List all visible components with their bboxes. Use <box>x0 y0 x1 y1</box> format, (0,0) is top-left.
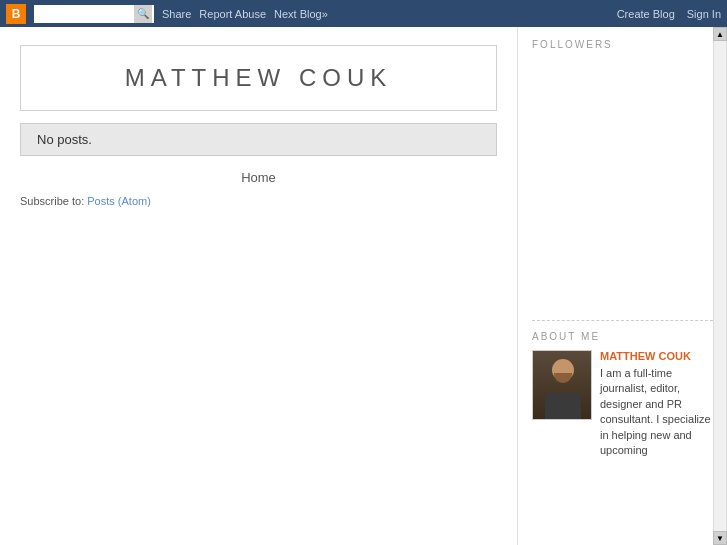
scroll-up-button[interactable]: ▲ <box>713 27 727 41</box>
blog-header: MATTHEW COUK <box>20 45 497 111</box>
search-input[interactable] <box>34 5 134 23</box>
about-me-section: ABOUT ME MATTHEW COUK I am a full-time j… <box>532 320 713 458</box>
share-link[interactable]: Share <box>162 8 191 20</box>
no-posts-label: No posts. <box>37 132 92 147</box>
profile-picture <box>533 351 592 420</box>
no-posts-box: No posts. <box>20 123 497 156</box>
next-blog-link[interactable]: Next Blog» <box>274 8 328 20</box>
sidebar-scrollbar: ▲ ▼ <box>713 27 727 545</box>
content-column: MATTHEW COUK No posts. Home Subscribe to… <box>0 27 517 545</box>
blogger-logo[interactable]: B <box>6 4 26 24</box>
photo-beard <box>554 373 572 383</box>
subscribe-prefix: Subscribe to: <box>20 195 87 207</box>
scroll-track <box>713 41 727 531</box>
logo-text: B <box>12 7 21 21</box>
about-me-description: I am a full-time journalist, editor, des… <box>600 366 713 458</box>
search-box[interactable]: 🔍 <box>34 5 154 23</box>
search-button[interactable]: 🔍 <box>134 5 152 23</box>
subscribe-section: Subscribe to: Posts (Atom) <box>20 195 497 207</box>
subscribe-link[interactable]: Posts (Atom) <box>87 195 151 207</box>
create-blog-link[interactable]: Create Blog <box>617 8 675 20</box>
about-me-content: MATTHEW COUK I am a full-time journalist… <box>532 350 713 458</box>
home-link[interactable]: Home <box>20 170 497 185</box>
report-abuse-link[interactable]: Report Abuse <box>199 8 266 20</box>
sign-in-link[interactable]: Sign In <box>687 8 721 20</box>
blog-title: MATTHEW COUK <box>39 64 478 92</box>
about-me-title: ABOUT ME <box>532 331 713 342</box>
main-wrapper: MATTHEW COUK No posts. Home Subscribe to… <box>0 27 727 545</box>
sidebar: FOLLOWERS ABOUT ME MATTHEW COUK I am a f… <box>517 27 727 545</box>
about-me-text: MATTHEW COUK I am a full-time journalist… <box>600 350 713 458</box>
photo-body <box>545 393 581 420</box>
about-me-name[interactable]: MATTHEW COUK <box>600 350 713 362</box>
followers-section: FOLLOWERS <box>532 39 713 50</box>
followers-title: FOLLOWERS <box>532 39 713 50</box>
navbar-right: Create Blog Sign In <box>617 8 721 20</box>
about-me-photo <box>532 350 592 420</box>
navbar: B 🔍 Share Report Abuse Next Blog» Create… <box>0 0 727 27</box>
scroll-down-button[interactable]: ▼ <box>713 531 727 545</box>
